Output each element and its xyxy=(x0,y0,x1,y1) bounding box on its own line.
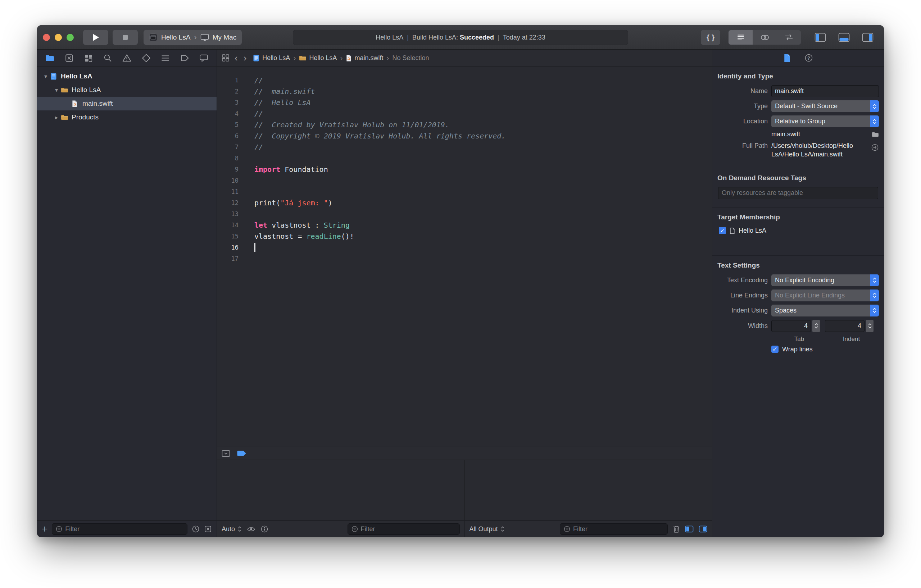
report-navigator-tab[interactable] xyxy=(199,53,209,63)
disclosure-triangle[interactable]: ▾ xyxy=(52,87,61,94)
hide-debug-area-button[interactable] xyxy=(221,450,230,457)
code-line[interactable]: 14let vlastnost : String xyxy=(217,219,712,231)
indent-width-stepper[interactable] xyxy=(866,320,874,332)
file-inspector-tab[interactable] xyxy=(784,54,791,63)
navigator-filter-input[interactable] xyxy=(65,525,184,533)
close-window-button[interactable] xyxy=(43,34,50,41)
library-button[interactable]: { } xyxy=(701,30,720,45)
go-forward-button[interactable]: › xyxy=(242,53,248,63)
code-line[interactable]: 6// Copyright © 2019 Vratislav Holub. Al… xyxy=(217,130,712,141)
clear-console-button[interactable] xyxy=(673,525,680,533)
navigator-filter-field[interactable] xyxy=(52,523,187,535)
svg-text:?: ? xyxy=(807,55,810,61)
console-filter-input[interactable] xyxy=(573,525,664,533)
breadcrumb-item[interactable]: No Selection xyxy=(392,54,429,62)
quick-help-inspector-tab[interactable]: ? xyxy=(804,54,813,62)
code-line[interactable]: 3// Hello LsA xyxy=(217,97,712,108)
add-file-button[interactable]: + xyxy=(42,524,47,534)
debug-area-toggle-button[interactable] xyxy=(833,30,854,45)
standard-editor-button[interactable] xyxy=(729,30,753,45)
code-line[interactable]: 16 xyxy=(217,242,712,253)
related-items-button[interactable] xyxy=(221,54,230,62)
variables-filter-field[interactable] xyxy=(348,523,460,535)
test-navigator-tab[interactable] xyxy=(142,53,151,63)
code-token-string: "Já jsem: " xyxy=(280,198,328,207)
tab-width-stepper[interactable] xyxy=(812,320,820,332)
breadcrumb-item[interactable]: Hello LsA xyxy=(299,54,337,62)
activate-breakpoints-button[interactable] xyxy=(237,450,247,456)
stop-button[interactable] xyxy=(112,30,138,45)
resource-tags-input[interactable] xyxy=(722,189,875,197)
choose-folder-icon[interactable] xyxy=(872,132,879,137)
disclosure-triangle[interactable]: ▸ xyxy=(52,114,61,121)
tree-item-products[interactable]: ▸Products xyxy=(37,110,216,124)
run-button[interactable] xyxy=(83,30,108,45)
source-control-navigator-tab[interactable] xyxy=(64,53,74,63)
code-line[interactable]: 12print("Já jsem: ") xyxy=(217,197,712,208)
navigator-toggle-button[interactable] xyxy=(810,30,831,45)
variables-list[interactable] xyxy=(217,460,464,520)
code-line[interactable]: 7// xyxy=(217,141,712,153)
breakpoint-navigator-tab[interactable] xyxy=(180,53,190,63)
code-line[interactable]: 8 xyxy=(217,153,712,164)
console-output[interactable] xyxy=(465,460,712,520)
scheme-selector[interactable]: Hello LsA › My Mac xyxy=(143,30,242,45)
issue-navigator-tab[interactable] xyxy=(122,53,132,63)
console-view-toggle[interactable] xyxy=(699,525,707,533)
name-input[interactable] xyxy=(775,88,875,95)
open-in-finder-icon[interactable] xyxy=(871,141,879,151)
breadcrumb-item[interactable]: main.swift xyxy=(346,54,383,62)
assistant-editor-button[interactable] xyxy=(753,30,777,45)
code-line[interactable]: 11 xyxy=(217,186,712,197)
zoom-window-button[interactable] xyxy=(67,34,74,41)
tree-item-hello-lsa[interactable]: ▾Hello LsA xyxy=(37,70,216,83)
tree-item-hello-lsa[interactable]: ▾Hello LsA xyxy=(37,83,216,97)
type-popup[interactable]: Default - Swift Source xyxy=(771,100,879,112)
code-line[interactable]: 10 xyxy=(217,175,712,186)
source-control-filter-button[interactable] xyxy=(204,525,212,533)
console-filter-field[interactable] xyxy=(560,523,668,535)
go-back-button[interactable]: ‹ xyxy=(233,53,239,63)
variables-filter-input[interactable] xyxy=(361,525,456,533)
variables-view-toggle[interactable] xyxy=(685,525,694,533)
code-line[interactable]: 9import Foundation xyxy=(217,164,712,175)
project-navigator-tab[interactable] xyxy=(45,53,55,63)
code-line[interactable]: 17 xyxy=(217,253,712,264)
target-checkbox[interactable]: ✓ xyxy=(719,227,726,234)
resource-tags-section: On Demand Resource Tags xyxy=(712,168,884,208)
debug-navigator-tab[interactable] xyxy=(161,53,170,63)
inspector-toggle-button[interactable] xyxy=(858,30,878,45)
breadcrumb-item[interactable]: Hello LsA xyxy=(252,54,290,62)
quick-look-button[interactable] xyxy=(247,526,255,532)
tree-item-main-swift[interactable]: main.swift xyxy=(37,97,216,110)
version-editor-button[interactable] xyxy=(777,30,801,45)
tab-width-input[interactable] xyxy=(775,322,808,330)
code-line[interactable]: 15vlastnost = readLine()! xyxy=(217,231,712,242)
disclosure-triangle[interactable]: ▾ xyxy=(41,73,50,80)
breadcrumb-label: Hello LsA xyxy=(309,54,337,62)
console-output-selector[interactable]: All Output xyxy=(470,525,505,533)
find-navigator-tab[interactable] xyxy=(103,53,112,63)
line-number: 7 xyxy=(217,143,245,151)
name-field[interactable] xyxy=(771,85,879,97)
code-line[interactable]: 13 xyxy=(217,208,712,219)
code-line[interactable]: 2// main.swift xyxy=(217,86,712,97)
minimize-window-button[interactable] xyxy=(55,34,62,41)
code-line[interactable]: 1// xyxy=(217,75,712,86)
print-description-button[interactable] xyxy=(260,525,268,533)
symbol-navigator-tab[interactable] xyxy=(83,53,93,63)
line-endings-popup[interactable]: No Explicit Line Endings xyxy=(771,289,879,301)
resource-tags-field[interactable] xyxy=(718,187,878,199)
code-line[interactable]: 5// Created by Vratislav Holub on 11/01/… xyxy=(217,119,712,130)
variables-scope-selector[interactable]: Auto xyxy=(221,525,242,533)
indent-width-field[interactable] xyxy=(825,320,864,332)
recent-files-filter-button[interactable] xyxy=(192,525,200,533)
text-encoding-popup[interactable]: No Explicit Encoding xyxy=(771,275,879,286)
location-popup[interactable]: Relative to Group xyxy=(771,115,879,127)
code-line[interactable]: 4// xyxy=(217,108,712,119)
source-editor[interactable]: 1//2// main.swift3// Hello LsA4//5// Cre… xyxy=(217,67,712,447)
wrap-lines-checkbox[interactable]: ✓ xyxy=(771,346,779,353)
indent-width-input[interactable] xyxy=(828,322,861,330)
indent-using-popup[interactable]: Spaces xyxy=(771,305,879,317)
tab-width-field[interactable] xyxy=(771,320,811,332)
